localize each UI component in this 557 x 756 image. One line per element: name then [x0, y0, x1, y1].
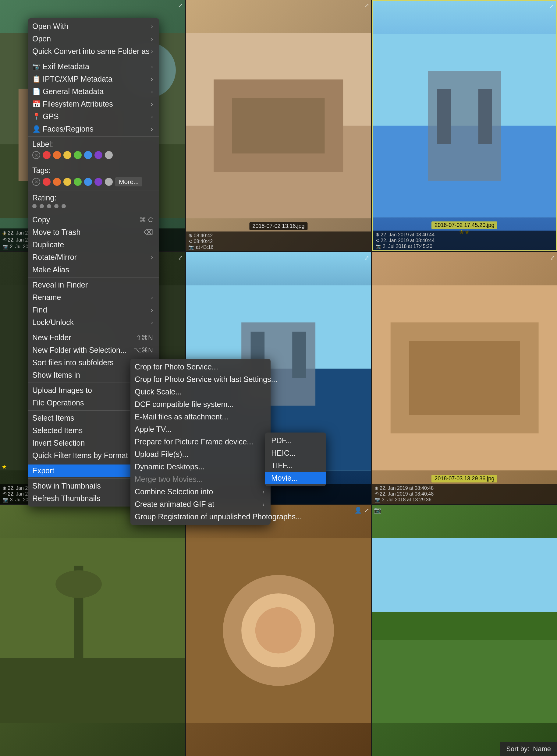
menu-item-lock[interactable]: Lock/Unlock ›	[28, 316, 159, 329]
export-item-dynamic-desktops[interactable]: Dynamic Desktops...	[130, 460, 271, 473]
menu-item-faces[interactable]: 👤 Faces/Regions ›	[28, 123, 159, 135]
menu-item-copy[interactable]: Copy ⌘ C	[28, 213, 159, 226]
menu-item-rotate[interactable]: Rotate/Mirror ›	[28, 251, 159, 264]
combine-label: Combine Selection into	[135, 487, 213, 496]
svg-rect-13	[478, 89, 492, 144]
tags-more-button[interactable]: More...	[115, 177, 142, 186]
faces-icon: 👤	[32, 125, 39, 133]
iptc-label: IPTC/XMP Metadata	[43, 74, 112, 84]
tags-color-red[interactable]	[43, 178, 51, 186]
menu-item-exif[interactable]: 📷 Exif Metadata ›	[28, 60, 159, 73]
selected-items-label: Selected Items	[32, 426, 83, 435]
photo-icon-tl-4: ★	[2, 463, 7, 470]
export-item-email[interactable]: E-Mail files as attachment...	[130, 411, 271, 423]
tags-color-blue[interactable]	[84, 178, 92, 186]
export-item-combine[interactable]: Combine Selection into ›	[130, 486, 271, 498]
photo-cell-2[interactable]: 2018-07-02 13.16.jpg ⊕ 08:40:42 ⟲ 08:40:…	[186, 0, 371, 251]
tags-x-dot[interactable]: ✕	[32, 178, 40, 186]
export-item-merge-movies[interactable]: Merge two Movies...	[130, 473, 271, 486]
tags-color-orange[interactable]	[53, 178, 61, 186]
menu-item-new-folder[interactable]: New Folder ⇧⌘N	[28, 331, 159, 344]
separator-1	[28, 59, 159, 59]
menu-item-open[interactable]: Open ›	[28, 33, 159, 45]
export-item-crop-last[interactable]: Crop for Photo Service with last Setting…	[130, 373, 271, 386]
combine-tiff[interactable]: TIFF...	[265, 459, 326, 472]
export-item-picture-frame[interactable]: Prepare for Picture Frame device...	[130, 435, 271, 448]
separator-7	[28, 330, 159, 330]
svg-rect-8	[232, 98, 325, 153]
photo-cell-3[interactable]: 2018-07-02 17.45.20.jpg ★★ ⊕ 22. Jan 201…	[372, 0, 557, 251]
label-x-dot[interactable]: ✕	[32, 151, 40, 159]
export-item-group-reg[interactable]: Group Registration of unpublished Photog…	[130, 511, 271, 523]
export-item-apple-tv[interactable]: Apple TV...	[130, 423, 271, 435]
export-item-dcf[interactable]: DCF compatible file system...	[130, 398, 271, 411]
refresh-thumbnails-label: Refresh Thumbnails	[32, 494, 100, 503]
tags-color-green[interactable]	[74, 178, 82, 186]
rating-dot-5[interactable]	[62, 204, 66, 208]
menu-item-duplicate[interactable]: Duplicate	[28, 239, 159, 251]
export-item-quick-scale[interactable]: Quick Scale...	[130, 386, 271, 398]
menu-item-quick-convert[interactable]: Quick Convert into same Folder as ›	[28, 45, 159, 58]
new-folder-sel-shortcut: ⌥⌘N	[134, 346, 153, 354]
exif-label: Exif Metadata	[43, 62, 89, 71]
svg-rect-34	[372, 630, 557, 723]
combine-movie[interactable]: Movie...	[265, 472, 326, 484]
menu-item-filesystem[interactable]: 📅 Filesystem Attributes ›	[28, 98, 159, 110]
svg-point-32	[255, 607, 302, 653]
export-item-crop[interactable]: Crop for Photo Service...	[130, 361, 271, 373]
label-color-blue[interactable]	[84, 151, 92, 159]
label-color-yellow[interactable]	[63, 151, 71, 159]
lock-arrow: ›	[151, 319, 153, 326]
svg-rect-26	[0, 658, 185, 723]
label-color-green[interactable]	[74, 151, 82, 159]
rating-dot-1[interactable]	[32, 204, 36, 208]
photo-cell-6[interactable]: 2018-07-03 13.29.36.jpg ⊕ 22. Jan 2019 a…	[372, 252, 557, 504]
menu-item-open-with[interactable]: Open With ›	[28, 20, 159, 33]
label-color-purple[interactable]	[94, 151, 102, 159]
menu-item-new-folder-sel[interactable]: New Folder with Selection... ⌥⌘N	[28, 344, 159, 356]
dcf-label: DCF compatible file system...	[135, 400, 234, 409]
menu-item-alias[interactable]: Make Alias	[28, 264, 159, 276]
label-color-orange[interactable]	[53, 151, 61, 159]
group-reg-label: Group Registration of unpublished Photog…	[135, 512, 302, 521]
quick-convert-arrow: ›	[151, 48, 153, 55]
separator-5	[28, 212, 159, 212]
photo-cell-9[interactable]: 📷	[372, 505, 557, 756]
menu-item-gps[interactable]: 📍 GPS ›	[28, 110, 159, 123]
crop-label: Crop for Photo Service...	[135, 362, 218, 371]
tags-color-gray[interactable]	[105, 178, 113, 186]
rating-dot-2[interactable]	[39, 204, 44, 208]
create-gif-label: Create animated GIF at	[135, 500, 214, 509]
menu-item-reveal[interactable]: Reveal in Finder	[28, 279, 159, 291]
menu-item-rename[interactable]: Rename ›	[28, 291, 159, 304]
rating-dot-4[interactable]	[54, 204, 59, 208]
menu-item-find[interactable]: Find ›	[28, 304, 159, 316]
photo-cell-7[interactable]: ⤢	[0, 505, 185, 756]
rating-dot-3[interactable]	[47, 204, 51, 208]
iptc-icon: 📋	[32, 75, 39, 83]
gps-arrow: ›	[151, 113, 153, 120]
export-item-create-gif[interactable]: Create animated GIF at ›	[130, 498, 271, 511]
filesystem-icon: 📅	[32, 100, 39, 108]
rating-dots-row[interactable]	[28, 204, 159, 211]
filesystem-label: Filesystem Attributes	[43, 100, 113, 109]
sort-subfolders-label: Sort files into subfolders	[32, 358, 114, 367]
photo-cell-8[interactable]: 📷 👤 ⤢	[186, 505, 371, 756]
menu-item-general[interactable]: 📄 General Metadata ›	[28, 85, 159, 98]
menu-item-iptc[interactable]: 📋 IPTC/XMP Metadata ›	[28, 73, 159, 85]
label-color-red[interactable]	[43, 151, 51, 159]
tags-color-yellow[interactable]	[63, 178, 71, 186]
gps-icon: 📍	[32, 113, 39, 121]
combine-heic[interactable]: HEIC...	[265, 447, 326, 459]
menu-item-move-trash[interactable]: Move to Trash ⌫	[28, 226, 159, 239]
exif-arrow: ›	[151, 63, 153, 70]
svg-point-28	[55, 570, 102, 598]
move-trash-label: Move to Trash	[32, 228, 81, 237]
svg-rect-12	[437, 89, 451, 144]
tags-color-purple[interactable]	[94, 178, 102, 186]
combine-pdf[interactable]: PDF...	[265, 434, 326, 447]
rename-label: Rename	[32, 293, 61, 302]
label-color-gray[interactable]	[105, 151, 113, 159]
export-item-upload-files[interactable]: Upload File(s)...	[130, 448, 271, 460]
photo-icon-expand-3: ⤢	[549, 3, 554, 10]
